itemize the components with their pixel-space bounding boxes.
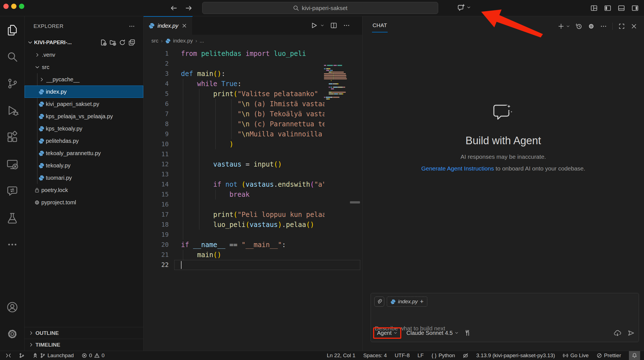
line-numbers: 12345678910111213141516171819202122 (144, 49, 174, 270)
breadcrumb-folder[interactable]: src (151, 38, 158, 44)
editor-more-actions-icon[interactable] (343, 22, 350, 29)
workspace-section-header[interactable]: KIVI-PAPERI-... (25, 36, 143, 49)
status-python-interpreter[interactable]: 3.13.9 (kivi-paperi-sakset-py3.13) (476, 351, 555, 360)
tree-item-.venv[interactable]: .venv (25, 49, 143, 61)
account-icon[interactable] (0, 294, 25, 321)
chat-icon[interactable] (0, 177, 25, 204)
explorer-more-actions-icon[interactable] (129, 23, 135, 29)
tab-chat[interactable]: CHAT (372, 20, 388, 32)
settings-icon[interactable] (0, 321, 25, 347)
minimize-window-button[interactable] (11, 4, 16, 9)
configure-tools-icon[interactable] (464, 330, 471, 336)
search-icon[interactable] (0, 43, 25, 70)
cloud-agent-icon[interactable] (614, 329, 621, 337)
back-icon[interactable] (170, 4, 178, 12)
toggle-secondary-sidebar-icon[interactable] (630, 3, 640, 13)
close-window-button[interactable] (3, 4, 9, 9)
customize-layout-icon[interactable] (589, 3, 598, 13)
tree-item-pyproject.toml[interactable]: pyproject.toml (25, 196, 143, 209)
run-options-chevron-icon[interactable] (320, 23, 324, 27)
more-icon[interactable] (0, 231, 25, 258)
tree-item-src[interactable]: src (25, 61, 143, 73)
generate-agent-instructions-link[interactable]: Generate Agent Instructions (421, 165, 494, 172)
status-cursor-position[interactable]: Ln 22, Col 1 (327, 351, 355, 360)
tree-item-poetry.lock[interactable]: poetry.lock (25, 184, 143, 196)
new-chat-icon[interactable] (558, 23, 564, 30)
collapse-all-icon[interactable] (128, 38, 136, 47)
tree-item-pelitehdas.py[interactable]: pelitehdas.py (25, 135, 143, 147)
chat-more-actions-icon[interactable] (600, 23, 607, 30)
code-line-11 (174, 149, 325, 159)
model-selector[interactable]: Claude Sonnet 4.5 (406, 330, 459, 336)
add-context-icon[interactable]: + (420, 298, 424, 305)
status-remote-indicator[interactable] (6, 351, 11, 360)
new-file-icon[interactable] (99, 38, 108, 47)
tree-item-__pycache__[interactable]: __pycache__ (25, 73, 143, 86)
tree-item-kps_pelaaja_vs_pelaaja.py[interactable]: kps_pelaaja_vs_pelaaja.py (25, 110, 143, 122)
breadcrumb[interactable]: src › index.py › ... (144, 35, 362, 47)
file-label: .venv (42, 52, 55, 58)
run-python-file-icon[interactable] (310, 22, 318, 29)
forward-icon[interactable] (185, 4, 193, 12)
zoom-window-button[interactable] (19, 4, 24, 9)
chat-settings-gear-icon[interactable] (588, 23, 595, 30)
extensions-icon[interactable] (0, 124, 25, 151)
explorer-icon[interactable] (0, 16, 25, 43)
status-copilot-status[interactable] (463, 351, 468, 360)
remote-explorer-icon[interactable] (0, 151, 25, 177)
breadcrumb-file[interactable]: index.py (173, 38, 193, 44)
maximize-panel-icon[interactable] (618, 23, 625, 30)
tree-item-tekoaly_parannettu.py[interactable]: tekoaly_parannettu.py (25, 147, 143, 159)
timeline-section[interactable]: TIMELINE (25, 339, 143, 350)
chat-input-box[interactable]: index.py + Describe what to build next A… (371, 293, 639, 342)
status-prettier[interactable]: Prettier (597, 351, 621, 360)
breadcrumb-symbol[interactable]: ... (200, 38, 204, 44)
testing-icon[interactable] (0, 204, 25, 231)
close-panel-icon[interactable] (631, 23, 637, 30)
scrollbar-handle[interactable] (350, 201, 360, 203)
refresh-icon[interactable] (118, 38, 127, 47)
tab-index-py[interactable]: index.py (144, 16, 193, 35)
status-indentation[interactable]: Spaces: 4 (363, 351, 387, 360)
code-line-7: "\n (b) Tekoälyä vastaan (174, 109, 325, 119)
file-label: kivi_paperi_sakset.py (46, 101, 99, 107)
status-go-live[interactable]: Go Live (563, 351, 588, 360)
new-folder-icon[interactable] (109, 38, 117, 47)
python-file-icon (149, 23, 155, 29)
status-notifications-bell[interactable] (629, 351, 640, 360)
chevron-down-icon (393, 331, 397, 335)
lock-file-icon (34, 187, 40, 193)
status-git-graph[interactable] (19, 351, 25, 360)
toggle-primary-sidebar-icon[interactable] (603, 3, 612, 13)
status-eol[interactable]: LF (418, 351, 424, 360)
code-line-12: vastaus = input() (174, 159, 325, 169)
status-language-mode[interactable]: { }Python (431, 351, 455, 360)
status-launchpad[interactable]: Launchpad (32, 351, 74, 360)
attached-file-chip[interactable]: index.py + (387, 297, 427, 307)
warning-icon (94, 353, 100, 358)
outline-section[interactable]: OUTLINE (25, 327, 143, 339)
tree-item-tekoaly.py[interactable]: tekoaly.py (25, 159, 143, 172)
split-editor-icon[interactable] (330, 22, 337, 29)
toggle-panel-icon[interactable] (617, 3, 626, 13)
source-control-icon[interactable] (0, 70, 25, 97)
file-label: tekoaly.py (46, 162, 71, 169)
tree-item-kivi_paperi_sakset.py[interactable]: kivi_paperi_sakset.py (25, 98, 143, 110)
run-debug-icon[interactable] (0, 97, 25, 124)
send-icon[interactable] (627, 329, 635, 337)
chat-history-icon[interactable] (576, 23, 582, 30)
code-editor[interactable]: 12345678910111213141516171819202122 from… (144, 47, 362, 351)
tree-item-kps_tekoaly.py[interactable]: kps_tekoaly.py (25, 122, 143, 135)
command-center-search[interactable]: kivi-paperi-sakset (202, 2, 438, 14)
tree-item-index.py[interactable]: index.py (25, 86, 143, 98)
attach-context-button[interactable] (374, 297, 384, 307)
gear-file-icon (34, 199, 40, 206)
close-tab-icon[interactable] (181, 23, 187, 29)
status-problems[interactable]: 00 (82, 351, 104, 360)
tree-item-tuomari.py[interactable]: tuomari.py (25, 172, 143, 184)
new-chat-chevron-icon[interactable] (566, 24, 570, 28)
agent-mode-selector[interactable]: Agent (373, 327, 401, 339)
chat-disclaimer: AI responses may be inaccurate. (461, 153, 546, 160)
status-encoding[interactable]: UTF-8 (395, 351, 410, 360)
copilot-menu-button[interactable] (457, 3, 471, 11)
